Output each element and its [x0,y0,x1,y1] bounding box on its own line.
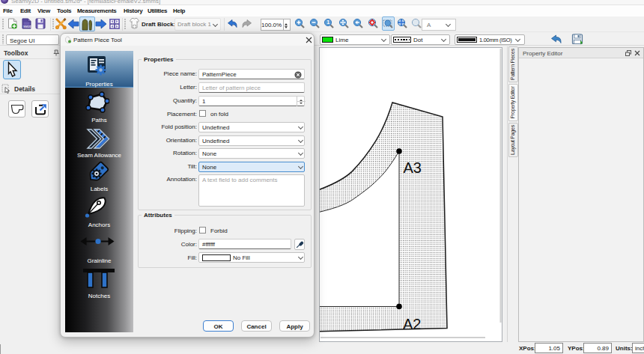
svg-text:A3: A3 [404,159,422,176]
svg-text:1: 1 [326,19,329,25]
svg-text:A2: A2 [403,316,421,332]
svg-text:SM2D: SM2D [23,25,31,28]
